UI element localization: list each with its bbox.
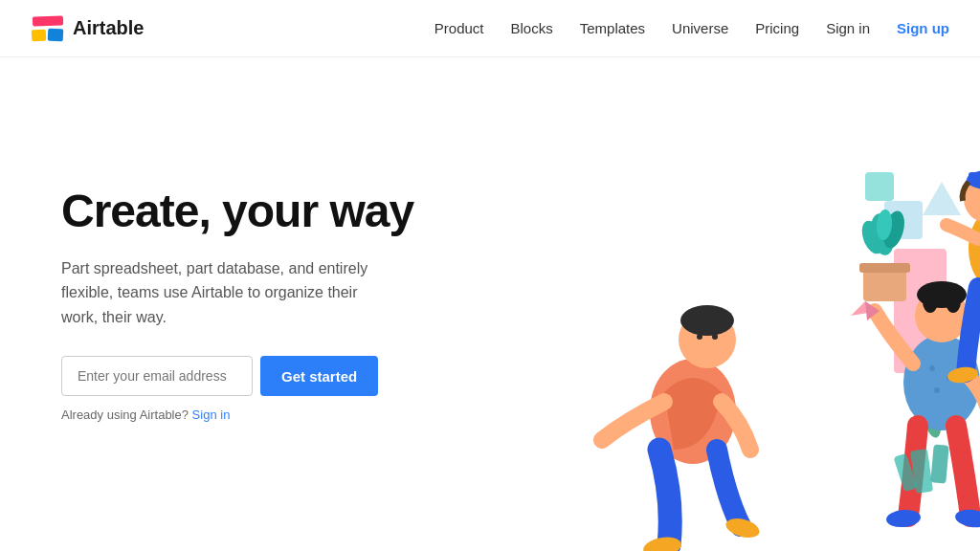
- svg-rect-58: [930, 444, 948, 483]
- nav-link-universe[interactable]: Universe: [672, 20, 728, 36]
- nav-signup[interactable]: Sign up: [897, 20, 949, 36]
- svg-marker-56: [923, 182, 961, 215]
- hero-svg: [425, 57, 980, 551]
- email-input[interactable]: [61, 356, 253, 396]
- nav-link-pricing[interactable]: Pricing: [755, 20, 799, 36]
- nav-link-product[interactable]: Product: [434, 20, 484, 36]
- svg-point-25: [934, 387, 940, 393]
- svg-rect-10: [859, 263, 910, 273]
- svg-rect-2: [48, 28, 64, 41]
- svg-point-29: [946, 290, 961, 313]
- email-form: Get started: [61, 356, 413, 396]
- hero-title: Create, your way: [61, 187, 413, 237]
- hero-illustration: [425, 57, 980, 551]
- hero-section: Create, your way Part spreadsheet, part …: [0, 57, 980, 551]
- svg-rect-1: [32, 29, 47, 41]
- svg-point-28: [923, 290, 938, 313]
- svg-point-19: [712, 334, 718, 340]
- signin-note: Already using Airtable? Sign in: [61, 408, 413, 422]
- hero-text-block: Create, your way Part spreadsheet, part …: [61, 187, 413, 423]
- signin-note-text: Already using Airtable?: [61, 408, 189, 422]
- svg-point-18: [697, 334, 702, 340]
- logo-link[interactable]: Airtable: [31, 14, 144, 43]
- nav-link-templates[interactable]: Templates: [580, 20, 645, 36]
- get-started-button[interactable]: Get started: [260, 356, 378, 396]
- svg-point-17: [680, 305, 734, 336]
- nav-link-blocks[interactable]: Blocks: [511, 20, 553, 36]
- svg-point-23: [929, 365, 935, 371]
- airtable-logo-icon: [31, 14, 65, 43]
- hero-subtitle: Part spreadsheet, part database, and ent…: [61, 256, 387, 330]
- svg-rect-0: [33, 15, 63, 26]
- signin-link[interactable]: Sign in: [192, 408, 231, 422]
- svg-rect-5: [865, 172, 894, 201]
- nav-links: Product Blocks Templates Universe Pricin…: [434, 20, 949, 36]
- navbar: Airtable Product Blocks Templates Univer…: [0, 0, 980, 57]
- svg-rect-9: [863, 268, 906, 301]
- svg-point-33: [954, 508, 980, 530]
- nav-signin[interactable]: Sign in: [826, 20, 870, 36]
- logo-text: Airtable: [73, 17, 144, 39]
